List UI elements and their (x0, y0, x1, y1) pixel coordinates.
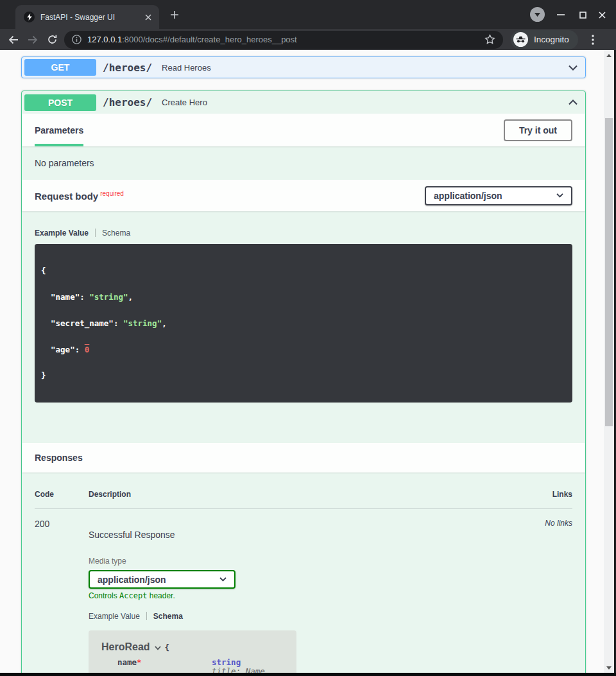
url-text: 127.0.0.1:8000/docs#/default/create_hero… (87, 35, 484, 44)
get-path: /heroes/ (103, 62, 152, 74)
page-info-icon[interactable] (72, 35, 81, 44)
col-header-code: Code (35, 490, 89, 499)
maximize-button[interactable] (576, 8, 589, 21)
response-example-tabs: Example Value Schema (89, 611, 534, 621)
swagger-page: GET /heroes/ Read Heroes POST /heroes/ C… (0, 50, 604, 673)
col-header-links: Links (534, 490, 572, 499)
close-button[interactable] (595, 8, 608, 21)
schema-model-box: HeroRead { name* string title: (89, 630, 296, 673)
tab-search-button[interactable] (530, 7, 545, 22)
model-field-name: name* string title: Name (117, 658, 290, 673)
url-host: 127.0.0.1 (87, 35, 122, 44)
response-description: Successful Response (89, 528, 534, 541)
tab-schema[interactable]: Schema (102, 229, 130, 238)
tab-example-value[interactable]: Example Value (35, 229, 89, 238)
model-name: HeroRead (101, 641, 150, 653)
opblock-post-heroes: POST /heroes/ Create Hero Parameters Try… (21, 91, 586, 673)
opblock-get-summary[interactable]: GET /heroes/ Read Heroes (22, 57, 585, 78)
try-it-out-button[interactable]: Try it out (504, 119, 572, 141)
no-parameters-text: No parameters (22, 146, 585, 180)
url-bar[interactable]: 127.0.0.1:8000/docs#/default/create_hero… (64, 31, 503, 49)
back-button[interactable] (4, 31, 23, 49)
response-media-type-value: application/json (98, 575, 166, 585)
browser-titlebar: FastAPI - Swagger UI (0, 0, 616, 29)
tab-separator (146, 612, 147, 620)
model-collapse-icon[interactable] (155, 646, 161, 650)
request-body-header: Request bodyrequired application/json (22, 180, 585, 211)
model-open-brace: { (165, 643, 170, 652)
tab-title: FastAPI - Swagger UI (40, 13, 142, 22)
response-row-200: 200 Successful Response Media type appli… (35, 509, 572, 673)
response-code: 200 (35, 519, 89, 673)
minimize-button[interactable] (554, 8, 567, 21)
scroll-up-arrow[interactable] (604, 50, 614, 60)
post-path: /heroes/ (103, 96, 152, 108)
new-tab-button[interactable] (168, 8, 181, 21)
request-media-type-value: application/json (434, 191, 502, 201)
reload-button[interactable] (42, 31, 62, 49)
responses-table: Code Description Links 200 Successful Re… (22, 472, 585, 673)
tab-separator (95, 229, 96, 237)
browser-tab[interactable]: FastAPI - Swagger UI (15, 5, 159, 29)
request-example-tabs: Example Value Schema (35, 228, 572, 238)
responses-table-header: Code Description Links (35, 490, 572, 509)
request-body-label: Request bodyrequired (35, 190, 124, 202)
window-bottom-edge (0, 673, 616, 676)
tab-parameters: Parameters (35, 114, 83, 146)
response-media-type-select[interactable]: application/json (89, 570, 235, 589)
opblock-post-summary[interactable]: POST /heroes/ Create Hero (22, 91, 585, 114)
scroll-down-arrow[interactable] (604, 663, 614, 673)
opblock-get-heroes: GET /heroes/ Read Heroes (21, 56, 586, 78)
forward-button[interactable] (23, 31, 42, 49)
incognito-label: Incognito (534, 35, 569, 44)
chevron-up-icon[interactable] (569, 100, 578, 105)
post-method-badge: POST (24, 94, 96, 111)
parameters-title: Parameters (35, 125, 83, 135)
browser-menu-icon[interactable] (585, 35, 601, 45)
request-media-type-select[interactable]: application/json (425, 186, 572, 205)
request-example-json: { "name": "string", "secret_name": "stri… (35, 244, 572, 403)
col-header-description: Description (89, 490, 534, 499)
url-path: :8000/docs#/default/create_hero_heroes__… (122, 35, 296, 44)
get-method-badge: GET (24, 59, 96, 76)
fastapi-favicon-icon (24, 12, 35, 22)
chevron-down-icon (556, 193, 563, 198)
incognito-icon (513, 32, 528, 47)
post-summary-text: Create Hero (162, 98, 207, 107)
parameters-header: Parameters Try it out (22, 114, 585, 146)
incognito-badge: Incognito (511, 30, 578, 49)
tab-example-value[interactable]: Example Value (89, 612, 140, 621)
tab-schema[interactable]: Schema (153, 612, 183, 621)
required-badge: required (100, 190, 124, 197)
browser-toolbar: 127.0.0.1:8000/docs#/default/create_hero… (0, 29, 616, 50)
vertical-scrollbar[interactable] (604, 50, 614, 673)
bookmark-star-icon[interactable] (484, 34, 495, 45)
chevron-down-icon[interactable] (569, 65, 578, 71)
media-type-label: Media type (89, 557, 534, 566)
request-example-section: Example Value Schema { "name": "string",… (22, 211, 585, 443)
get-summary-text: Read Heroes (162, 63, 211, 73)
responses-header: Responses (22, 443, 585, 472)
scrollbar-thumb[interactable] (605, 118, 613, 426)
chevron-down-icon (219, 577, 227, 582)
controls-accept-message: Controls Accept header. (89, 591, 534, 600)
responses-title: Responses (35, 453, 83, 463)
response-links: No links (534, 519, 572, 673)
tab-close-icon[interactable] (142, 12, 154, 23)
